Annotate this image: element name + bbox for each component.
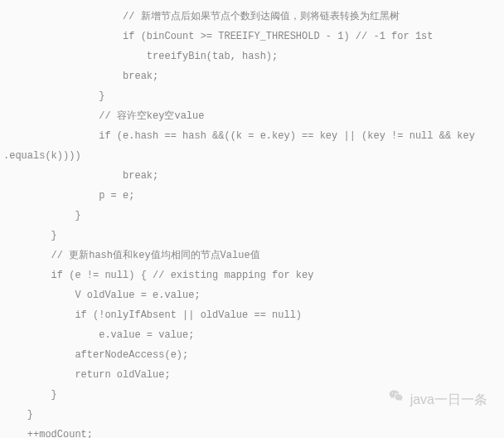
code-line: // 容许空key空value	[3, 106, 501, 126]
code-line: if (binCount >= TREEIFY_THRESHOLD - 1) /…	[3, 27, 501, 46]
wechat-icon	[387, 387, 405, 413]
code-line: // 更新hash值和key值均相同的节点Value值	[3, 246, 501, 265]
code-line: }	[3, 206, 501, 226]
code-line: p = e;	[3, 186, 501, 206]
code-line: }	[3, 86, 501, 106]
code-line: break;	[3, 166, 501, 186]
code-line: }	[3, 226, 501, 246]
code-line: ++modCount;	[3, 425, 501, 438]
code-line: afterNodeAccess(e);	[3, 345, 501, 365]
code-line: e.value = value;	[3, 325, 501, 345]
code-block: // 新增节点后如果节点个数到达阈值，则将链表转换为红黑树 if (binCou…	[3, 7, 501, 438]
code-line: V oldValue = e.value;	[3, 285, 501, 305]
code-line: break;	[3, 66, 501, 86]
code-line: if (e.hash == hash &&((k = e.key) == key…	[3, 126, 501, 146]
code-line: if (e != null) { // existing mapping for…	[3, 265, 501, 285]
code-line: return oldValue;	[3, 365, 501, 385]
code-line: .equals(k))))	[3, 146, 501, 166]
code-line: // 新增节点后如果节点个数到达阈值，则将链表转换为红黑树	[3, 7, 501, 27]
watermark: java一日一条	[387, 387, 487, 413]
watermark-text: java一日一条	[410, 387, 487, 413]
code-line: treeifyBin(tab, hash);	[3, 46, 501, 66]
code-line: if (!onlyIfAbsent || oldValue == null)	[3, 305, 501, 325]
